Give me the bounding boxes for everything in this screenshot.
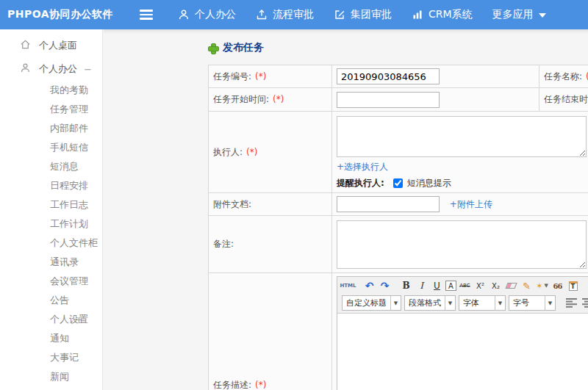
blockquote-button[interactable]: 66 bbox=[551, 279, 564, 292]
select-label: 字号 bbox=[509, 296, 545, 310]
nav-personal-office[interactable]: 个人办公 bbox=[178, 8, 236, 21]
topbar: PHPOA协同办公软件 个人办公 流程审批 bbox=[0, 0, 588, 29]
sidebar-item-news[interactable]: 新闻 bbox=[0, 367, 102, 386]
sidebar-item-schedule[interactable]: 日程安排 bbox=[0, 176, 102, 195]
remark-label: 备注: bbox=[213, 239, 234, 249]
subscript-button[interactable]: X₂ bbox=[489, 279, 503, 292]
end-time-label-cell: 任务结束时间:(*) bbox=[539, 88, 588, 112]
sidebar-item-short-message[interactable]: 短消息 bbox=[0, 157, 102, 176]
italic-button[interactable]: I bbox=[415, 279, 429, 292]
nav-group-approval[interactable]: 集团审批 bbox=[334, 8, 392, 21]
edit-icon bbox=[334, 9, 345, 21]
sidebar-item-label: 手机短信 bbox=[50, 141, 88, 154]
task-number-input[interactable] bbox=[337, 68, 440, 84]
superscript-button[interactable]: X² bbox=[473, 279, 487, 292]
menu-toggle-icon[interactable] bbox=[140, 10, 153, 20]
sidebar-item-label: 通知 bbox=[50, 332, 69, 345]
sidebar-item-notices[interactable]: 通知 bbox=[0, 329, 102, 348]
caret-down-icon: ▼ bbox=[545, 296, 555, 310]
app-logo[interactable]: PHPOA协同办公软件 bbox=[0, 8, 103, 21]
font-family-select[interactable]: 字体▼ bbox=[459, 295, 506, 311]
sidebar-item-label: 工作计划 bbox=[50, 217, 88, 231]
html-source-button[interactable]: HTML bbox=[341, 279, 355, 292]
remove-format-button[interactable] bbox=[504, 279, 518, 292]
upload-icon bbox=[256, 9, 268, 21]
top-nav: 个人办公 流程审批 集团审批 CRM系统 bbox=[178, 8, 546, 21]
task-number-cell bbox=[332, 65, 539, 88]
redo-icon[interactable]: ↷ bbox=[378, 279, 392, 292]
editor-content-area[interactable] bbox=[337, 314, 588, 390]
select-label: 字体 bbox=[459, 296, 495, 310]
autoformat-button[interactable]: ✶▼ bbox=[535, 279, 549, 292]
sidebar-item-desktop[interactable]: 个人桌面 bbox=[0, 34, 102, 57]
paragraph-format-select[interactable]: 段落格式▼ bbox=[404, 295, 456, 311]
wand-icon: ✶ bbox=[536, 281, 542, 291]
task-name-label: 任务名称: bbox=[544, 71, 582, 82]
select-label: 自定义标题 bbox=[343, 296, 390, 310]
description-label-cell: 任务描述:(*) bbox=[209, 273, 332, 390]
sidebar-item-work-log[interactable]: 工作日志 bbox=[0, 195, 102, 214]
custom-title-select[interactable]: 自定义标题▼ bbox=[342, 295, 401, 311]
executor-textarea[interactable] bbox=[337, 116, 587, 157]
sidebar-item-task-management[interactable]: 任务管理 bbox=[0, 100, 102, 119]
executor-label-cell: 执行人:(*) bbox=[209, 112, 332, 193]
page-title-text: 发布任务 bbox=[223, 41, 264, 54]
sidebar-item-events[interactable]: 大事记 bbox=[0, 348, 102, 367]
attachment-cell: +附件上传 bbox=[332, 193, 588, 216]
underline-button[interactable]: U bbox=[430, 279, 444, 292]
undo-icon[interactable]: ↶ bbox=[362, 279, 376, 292]
nav-label: 个人办公 bbox=[195, 8, 236, 21]
format-brush-button[interactable]: ✎ bbox=[520, 279, 534, 292]
font-dialog-button[interactable]: A bbox=[445, 281, 456, 291]
bold-button[interactable]: B bbox=[399, 279, 413, 292]
main-content: 发布任务 任务编号:(*) 任务名称:(*) 任务开始时间:(*) bbox=[104, 29, 588, 390]
caret-down-icon: ▼ bbox=[495, 296, 505, 310]
sidebar-item-meeting-management[interactable]: 会议管理 bbox=[0, 272, 102, 291]
task-number-label: 任务编号: bbox=[213, 71, 251, 82]
sidebar-item-label: 个人办公 bbox=[39, 62, 77, 76]
sidebar-item-phone-sms[interactable]: 手机短信 bbox=[0, 138, 102, 157]
paste-from-word-button[interactable]: T bbox=[566, 279, 580, 292]
sidebar-item-label: 会议管理 bbox=[50, 275, 88, 288]
collapse-icon: − bbox=[84, 64, 92, 75]
caret-down-icon bbox=[539, 13, 546, 18]
sidebar-item-label: 短消息 bbox=[50, 160, 79, 173]
sidebar-item-work-plan[interactable]: 工作计划 bbox=[0, 214, 102, 234]
sidebar-item-label: 任务管理 bbox=[50, 103, 88, 116]
remark-textarea[interactable] bbox=[337, 220, 587, 269]
sms-remind-checkbox[interactable] bbox=[393, 178, 403, 188]
font-size-select[interactable]: 字号▼ bbox=[509, 295, 556, 311]
sidebar-item-personal-settings[interactable]: 个人设置 + bbox=[0, 310, 102, 329]
executor-cell: +选择执行人 提醒执行人: 短消息提示 bbox=[332, 112, 588, 193]
sidebar-item-contacts[interactable]: 通讯录 bbox=[0, 253, 102, 272]
nav-crm-system[interactable]: CRM系统 bbox=[412, 8, 473, 21]
required-mark: (*) bbox=[255, 380, 266, 390]
task-form: 任务编号:(*) 任务名称:(*) 任务开始时间:(*) 任务结束时间 bbox=[208, 65, 588, 390]
align-center-icon[interactable] bbox=[582, 298, 588, 308]
task-name-label-cell: 任务名称:(*) bbox=[539, 65, 588, 88]
nav-label: 流程审批 bbox=[273, 8, 314, 21]
sidebar-item-personal-office[interactable]: 个人办公 − bbox=[0, 57, 102, 81]
nav-label: 集团审批 bbox=[351, 8, 392, 21]
nav-more-apps[interactable]: 更多应用 bbox=[492, 8, 546, 21]
attachment-upload-link[interactable]: +附件上传 bbox=[450, 199, 492, 209]
nav-workflow-approval[interactable]: 流程审批 bbox=[256, 8, 314, 21]
sidebar-item-internal-mail[interactable]: 内部邮件 bbox=[0, 119, 102, 138]
sidebar-item-label: 个人桌面 bbox=[39, 39, 77, 52]
sidebar-item-attendance[interactable]: 我的考勤 bbox=[0, 81, 102, 100]
bar-chart-icon bbox=[412, 9, 423, 21]
choose-executor-link[interactable]: +选择执行人 bbox=[337, 162, 388, 172]
sidebar-item-announcements[interactable]: 公告 bbox=[0, 291, 102, 310]
remind-executor-label: 提醒执行人: bbox=[337, 177, 384, 189]
attachment-label-cell: 附件文档: bbox=[209, 193, 332, 216]
align-left-icon[interactable] bbox=[566, 298, 577, 308]
strikethrough-button[interactable]: ABC bbox=[458, 279, 472, 292]
add-icon bbox=[208, 43, 218, 53]
caret-down-icon: ▼ bbox=[390, 296, 401, 310]
sidebar-item-file-cabinet[interactable]: 个人文件柜 bbox=[0, 234, 102, 253]
sidebar-item-label: 我的考勤 bbox=[50, 84, 88, 97]
start-time-label-cell: 任务开始时间:(*) bbox=[209, 88, 332, 112]
attachment-input[interactable] bbox=[337, 196, 440, 212]
start-time-input[interactable] bbox=[337, 92, 440, 108]
executor-label: 执行人: bbox=[213, 147, 243, 157]
